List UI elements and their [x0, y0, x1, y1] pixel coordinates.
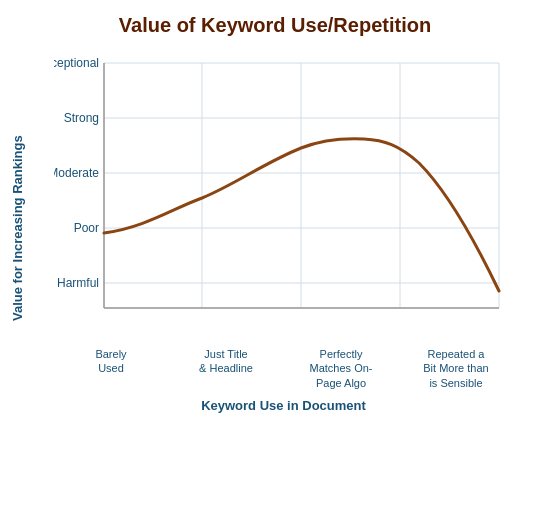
chart-inner: Exceptional Strong Moderate Poor Harmful…	[27, 43, 540, 413]
svg-text:Poor: Poor	[73, 221, 98, 235]
chart-area: Value for Increasing Rankings	[10, 43, 540, 413]
y-axis-label: Value for Increasing Rankings	[10, 78, 25, 378]
x-label-just-title: Just Title & Headline	[169, 347, 284, 390]
svg-text:Strong: Strong	[63, 111, 98, 125]
svg-text:Exceptional: Exceptional	[54, 56, 99, 70]
chart-svg: Exceptional Strong Moderate Poor Harmful	[54, 43, 514, 343]
chart-title: Value of Keyword Use/Repetition	[119, 14, 431, 37]
svg-text:Moderate: Moderate	[54, 166, 99, 180]
x-label-repeated: Repeated a Bit More than is Sensible	[399, 347, 514, 390]
x-label-barely: Barely Used	[54, 347, 169, 390]
x-labels: Barely Used Just Title & Headline Perfec…	[54, 347, 514, 390]
svg-text:Harmful: Harmful	[56, 276, 98, 290]
x-label-perfectly: Perfectly Matches On- Page Algo	[284, 347, 399, 390]
x-axis-label: Keyword Use in Document	[201, 398, 366, 413]
